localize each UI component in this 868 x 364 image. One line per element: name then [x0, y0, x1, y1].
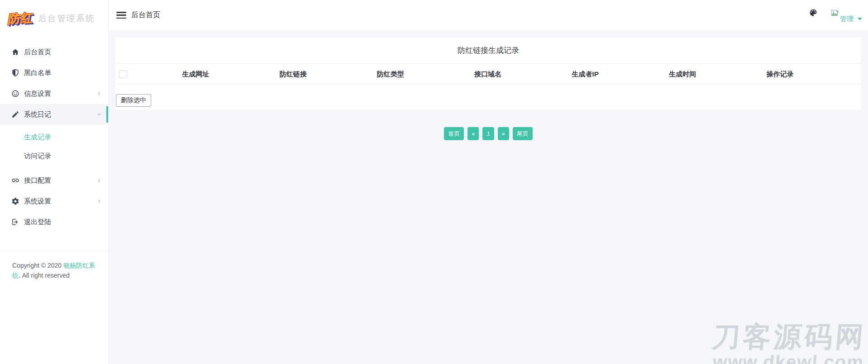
records-panel: 防红链接生成记录 生成网址防红链接防红类型接口域名生成者IP生成时间操作记录 删…	[115, 38, 861, 110]
column-spacer	[829, 64, 861, 84]
chevron-right-icon	[96, 178, 102, 183]
copyright: Copyright © 2020 晓杨防红系统. All right reser…	[0, 250, 108, 280]
pagination-first-button[interactable]: 首页	[444, 127, 464, 140]
pagination: 首页«1»尾页	[115, 127, 861, 140]
chevron-right-icon	[96, 199, 102, 204]
logout-icon	[11, 218, 19, 226]
brand-title: 后台管理系统	[38, 13, 95, 24]
sidebar-item[interactable]: 退出登陆	[0, 212, 108, 232]
sidebar-submenu: 生成记录访问记录	[0, 125, 108, 170]
topbar: 后台首页 管理	[109, 0, 868, 30]
sidebar-item-label: 黑白名单	[24, 69, 102, 77]
panel-title: 防红链接生成记录	[115, 38, 861, 63]
pagination-prev-button[interactable]: «	[467, 127, 479, 140]
column-header: 接口域名	[439, 64, 536, 84]
panel-toolbar: 删除选中	[115, 84, 861, 110]
select-all-checkbox[interactable]	[119, 70, 127, 78]
chevron-down-icon	[858, 18, 862, 20]
sidebar-item[interactable]: 信息设置	[0, 83, 108, 104]
sidebar-item[interactable]: 黑白名单	[0, 62, 108, 83]
user-name: 管理	[840, 15, 854, 23]
sidebar-item-label: 信息设置	[24, 90, 96, 98]
sidebar-item[interactable]: 后台首页	[0, 42, 108, 62]
main-content: 防红链接生成记录 生成网址防红链接防红类型接口域名生成者IP生成时间操作记录 删…	[109, 30, 868, 364]
gear-icon	[11, 197, 19, 205]
sidebar-item-label: 系统设置	[24, 197, 96, 206]
pen-icon	[11, 110, 19, 118]
menu-toggle-icon[interactable]	[116, 12, 126, 19]
records-table: 生成网址防红链接防红类型接口域名生成者IP生成时间操作记录	[115, 63, 861, 84]
sidebar: 防红 后台管理系统 后台首页黑白名单信息设置系统日记生成记录访问记录接口配置系统…	[0, 0, 109, 364]
copyright-prefix: Copyright © 2020	[12, 262, 63, 269]
link-icon	[11, 176, 19, 184]
pagination-page-1-button[interactable]: 1	[482, 127, 494, 140]
smiley-icon	[11, 90, 19, 98]
pagination-last-button[interactable]: 尾页	[513, 127, 533, 140]
select-all-cell	[115, 64, 147, 84]
sidebar-subitem[interactable]: 访问记录	[0, 147, 108, 165]
topbar-right: 管理	[809, 8, 862, 23]
sidebar-item-label: 退出登陆	[24, 218, 102, 227]
column-header: 防红链接	[244, 64, 342, 84]
shield-icon	[11, 69, 19, 77]
broken-avatar-icon	[831, 10, 839, 17]
column-header: 生成时间	[634, 64, 731, 84]
app-logo: 防红	[7, 9, 33, 28]
sidebar-subitem[interactable]: 生成记录	[0, 128, 108, 147]
sidebar-item[interactable]: 接口配置	[0, 170, 108, 191]
chevron-right-icon	[96, 91, 102, 96]
user-dropdown[interactable]: 管理	[831, 15, 862, 23]
copyright-suffix: . All right reserved	[19, 272, 70, 279]
column-header: 防红类型	[342, 64, 439, 84]
chevron-down-icon	[96, 112, 102, 117]
sidebar-item[interactable]: 系统设置	[0, 191, 108, 212]
theme-palette-icon[interactable]	[809, 8, 818, 17]
sidebar-item-label: 接口配置	[24, 176, 96, 185]
sidebar-item-label: 后台首页	[24, 48, 102, 57]
brand-area: 防红 后台管理系统	[0, 0, 108, 33]
breadcrumb: 后台首页	[131, 10, 160, 20]
column-header: 操作记录	[731, 64, 829, 84]
sidebar-item-label: 系统日记	[24, 110, 96, 119]
column-header: 生成网址	[147, 64, 244, 84]
sidebar-item[interactable]: 系统日记	[0, 104, 108, 125]
pagination-next-button[interactable]: »	[498, 127, 509, 140]
column-header: 生成者IP	[537, 64, 634, 84]
delete-selected-button[interactable]: 删除选中	[116, 94, 151, 107]
home-icon	[11, 48, 19, 56]
sidebar-menu: 后台首页黑白名单信息设置系统日记生成记录访问记录接口配置系统设置退出登陆	[0, 42, 108, 232]
table-header-row: 生成网址防红链接防红类型接口域名生成者IP生成时间操作记录	[115, 64, 861, 84]
